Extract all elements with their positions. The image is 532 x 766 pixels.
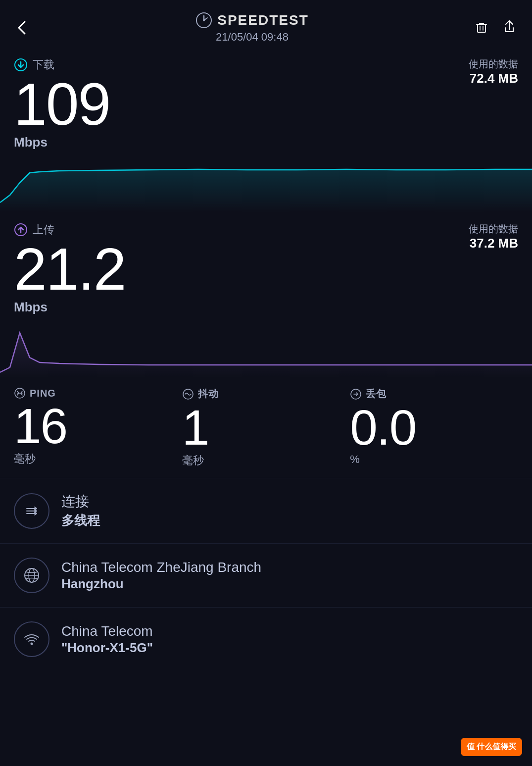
packet-loss-value: 0.0 bbox=[350, 403, 518, 452]
svg-rect-2 bbox=[478, 24, 485, 32]
svg-point-1 bbox=[203, 19, 205, 21]
upload-data-used: 使用的数据 37.2 MB bbox=[469, 222, 518, 251]
network-row: China Telecom "Honor-X1-5G" bbox=[0, 607, 532, 671]
packet-loss-icon bbox=[350, 388, 362, 400]
share-icon bbox=[500, 18, 518, 36]
connection-icon-circle bbox=[14, 493, 49, 529]
upload-value: 21.2 bbox=[14, 239, 518, 299]
connection-subtitle: 多线程 bbox=[61, 512, 100, 529]
jitter-unit: 毫秒 bbox=[182, 453, 350, 468]
app-title: SPEEDTEST bbox=[195, 12, 308, 29]
connection-text: 连接 多线程 bbox=[61, 492, 100, 529]
jitter-value: 1 bbox=[182, 403, 350, 452]
globe-icon bbox=[23, 566, 41, 584]
network-title: China Telecom bbox=[61, 623, 153, 639]
download-icon bbox=[14, 58, 28, 72]
jitter-icon bbox=[182, 388, 194, 400]
upload-chart bbox=[0, 318, 532, 377]
server-row: China Telecom ZheJiang Branch Hangzhou bbox=[0, 543, 532, 607]
packet-loss-unit: % bbox=[350, 453, 518, 466]
jitter-label: 抖动 bbox=[182, 387, 350, 401]
network-subtitle: "Honor-X1-5G" bbox=[61, 640, 153, 656]
ping-icon bbox=[14, 387, 26, 399]
connection-icon bbox=[23, 502, 41, 520]
ping-cell: PING 16 毫秒 bbox=[14, 387, 182, 468]
network-text: China Telecom "Honor-X1-5G" bbox=[61, 623, 153, 656]
download-data-used: 使用的数据 72.4 MB bbox=[469, 57, 518, 86]
jitter-cell: 抖动 1 毫秒 bbox=[182, 387, 350, 468]
share-button[interactable] bbox=[500, 18, 518, 38]
server-icon-circle bbox=[14, 558, 49, 593]
ping-unit: 毫秒 bbox=[14, 452, 182, 466]
network-icon-circle bbox=[14, 621, 49, 657]
server-title: China Telecom ZheJiang Branch bbox=[61, 560, 261, 575]
stats-row: PING 16 毫秒 抖动 1 毫秒 丢包 0.0 % bbox=[0, 377, 532, 478]
bottom-badge: 值 什么值得买 bbox=[461, 738, 522, 756]
header-date: 21/05/04 09:48 bbox=[216, 31, 289, 44]
wifi-icon bbox=[23, 630, 41, 648]
download-label: 下载 bbox=[14, 57, 518, 72]
trash-icon bbox=[473, 18, 490, 36]
back-button[interactable] bbox=[14, 19, 32, 37]
download-section: 下载 109 Mbps 使用的数据 72.4 MB bbox=[0, 48, 532, 150]
packet-loss-label: 丢包 bbox=[350, 387, 518, 401]
server-subtitle: Hangzhou bbox=[61, 576, 261, 592]
upload-section: 上传 21.2 Mbps 使用的数据 37.2 MB bbox=[0, 212, 532, 315]
back-icon bbox=[14, 19, 32, 37]
speedtest-logo-icon bbox=[195, 12, 212, 29]
header-center: SPEEDTEST 21/05/04 09:48 bbox=[32, 12, 473, 44]
ping-label: PING bbox=[14, 387, 182, 399]
upload-label: 上传 bbox=[14, 222, 518, 237]
connection-title: 连接 bbox=[61, 492, 100, 511]
upload-icon bbox=[14, 223, 28, 237]
trash-button[interactable] bbox=[473, 18, 490, 38]
download-chart bbox=[0, 153, 532, 212]
header-actions bbox=[473, 18, 518, 38]
download-value: 109 bbox=[14, 74, 518, 134]
server-text: China Telecom ZheJiang Branch Hangzhou bbox=[61, 560, 261, 592]
connection-row: 连接 多线程 bbox=[0, 478, 532, 543]
svg-point-17 bbox=[31, 643, 33, 645]
header: SPEEDTEST 21/05/04 09:48 bbox=[0, 0, 532, 48]
packet-loss-cell: 丢包 0.0 % bbox=[350, 387, 518, 468]
ping-value: 16 bbox=[14, 401, 182, 451]
